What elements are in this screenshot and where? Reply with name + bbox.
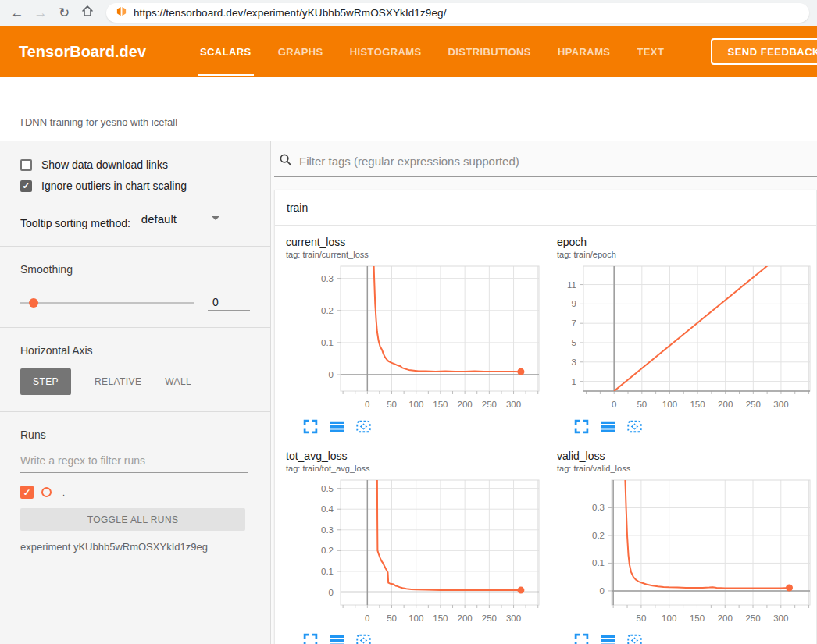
runs-label: Runs: [20, 429, 270, 441]
wall-axis-button[interactable]: WALL: [165, 376, 191, 387]
svg-text:0.3: 0.3: [321, 525, 334, 535]
fit-domain-icon[interactable]: [627, 419, 642, 434]
svg-text:0.1: 0.1: [321, 338, 334, 347]
valid-loss-plot[interactable]: 00.10.20.350100150200250300: [557, 475, 815, 632]
back-icon[interactable]: ←: [8, 5, 27, 21]
tab-histograms[interactable]: HISTOGRAMS: [337, 26, 435, 77]
svg-text:250: 250: [745, 614, 760, 623]
runs-regex-input[interactable]: [20, 454, 248, 473]
svg-text:0: 0: [329, 588, 334, 597]
chart-tag: tag: train/epoch: [557, 250, 817, 259]
fit-domain-icon[interactable]: [356, 419, 371, 434]
svg-text:300: 300: [773, 614, 788, 623]
svg-text:50: 50: [387, 614, 397, 623]
chart-title: tot_avg_loss: [286, 450, 549, 463]
svg-text:0.2: 0.2: [321, 546, 334, 555]
expand-chart-icon[interactable]: [303, 633, 318, 644]
svg-text:5: 5: [572, 338, 576, 347]
svg-text:7: 7: [572, 318, 576, 328]
svg-text:200: 200: [718, 614, 733, 623]
fit-domain-icon[interactable]: [627, 633, 642, 644]
current-loss-plot[interactable]: 00.10.20.3050100150200250300: [286, 262, 544, 418]
ignore-outliers-checkbox-row[interactable]: ✓ Ignore outliers in chart scaling: [20, 180, 270, 192]
main-content: train current_loss tag: train/current_lo…: [271, 141, 817, 644]
tooltip-sorting-select[interactable]: default: [138, 212, 223, 229]
relative-axis-button[interactable]: RELATIVE: [95, 376, 141, 387]
svg-text:250: 250: [746, 400, 761, 409]
tooltip-sorting-label: Tooltip sorting method:: [20, 217, 130, 229]
horizontal-bars-icon[interactable]: [601, 419, 615, 434]
address-bar[interactable]: https://tensorboard.dev/experiment/yKUbh…: [106, 3, 809, 23]
svg-text:0: 0: [329, 370, 334, 379]
tensorboard-favicon-icon: [116, 5, 127, 20]
tab-graphs[interactable]: GRAPHS: [265, 26, 337, 77]
svg-text:250: 250: [482, 614, 497, 623]
chart-title: epoch: [557, 236, 817, 249]
svg-text:250: 250: [482, 400, 497, 409]
tot-avg-loss-plot[interactable]: 00.10.20.30.40.5050100150200250300: [286, 475, 544, 632]
svg-text:100: 100: [662, 400, 677, 409]
expand-chart-icon[interactable]: [574, 419, 589, 434]
chart-title: valid_loss: [557, 450, 817, 463]
chart-tag: tag: train/valid_loss: [557, 464, 817, 473]
url-text: https://tensorboard.dev/experiment/yKUbh…: [134, 7, 447, 19]
horizontal-bars-icon[interactable]: [330, 633, 344, 644]
svg-text:150: 150: [690, 614, 705, 623]
svg-text:0.2: 0.2: [321, 306, 334, 315]
run-color-circle-icon[interactable]: [41, 487, 52, 497]
smoothing-slider-thumb[interactable]: [29, 298, 38, 308]
svg-text:100: 100: [408, 400, 423, 409]
run-name: .: [62, 488, 65, 497]
epoch-plot[interactable]: 1357911050100150200250300: [557, 262, 815, 418]
brand-logo: TensorBoard.dev: [19, 43, 146, 61]
svg-text:200: 200: [458, 614, 473, 623]
sidebar-divider: [0, 327, 270, 328]
chart-title: current_loss: [286, 236, 549, 249]
svg-text:1: 1: [572, 377, 576, 386]
svg-text:50: 50: [637, 614, 647, 623]
svg-text:100: 100: [408, 614, 423, 623]
show-download-links-checkbox-row[interactable]: Show data download links: [20, 158, 270, 171]
chart-card-epoch: epoch tag: train/epoch 13579110501001502…: [557, 236, 817, 434]
send-feedback-button[interactable]: SEND FEEDBACK: [711, 38, 817, 65]
svg-text:50: 50: [387, 400, 397, 409]
expand-chart-icon[interactable]: [303, 419, 318, 434]
tag-group-card: train current_loss tag: train/current_lo…: [274, 190, 817, 644]
home-icon[interactable]: [78, 4, 97, 22]
expand-chart-icon[interactable]: [574, 633, 589, 644]
svg-text:300: 300: [773, 400, 788, 409]
smoothing-value-input[interactable]: [208, 294, 250, 311]
svg-text:150: 150: [433, 400, 448, 409]
smoothing-label: Smoothing: [20, 263, 270, 276]
svg-text:0.1: 0.1: [592, 558, 605, 568]
horizontal-bars-icon[interactable]: [330, 419, 344, 434]
svg-text:100: 100: [662, 614, 676, 623]
toggle-all-runs-button[interactable]: TOGGLE ALL RUNS: [20, 508, 245, 531]
tab-hparams[interactable]: HPARAMS: [544, 26, 624, 77]
svg-text:0: 0: [365, 400, 369, 409]
svg-text:0: 0: [612, 400, 616, 409]
checkbox-unchecked-icon[interactable]: [20, 159, 32, 171]
run-checkbox-checked-icon[interactable]: ✓: [20, 486, 34, 499]
experiment-title: TDNN training for yesno with icefall: [19, 116, 177, 128]
chart-tag: tag: train/current_loss: [286, 250, 549, 259]
checkbox-checked-icon[interactable]: ✓: [20, 180, 32, 192]
svg-text:300: 300: [506, 400, 521, 409]
svg-text:150: 150: [433, 614, 448, 623]
step-axis-button[interactable]: STEP: [20, 368, 71, 395]
horizontal-bars-icon[interactable]: [601, 633, 615, 644]
fit-domain-icon[interactable]: [356, 633, 371, 644]
forward-icon[interactable]: →: [31, 5, 50, 21]
tag-group-header[interactable]: train: [275, 190, 816, 226]
reload-icon[interactable]: ↻: [55, 5, 73, 21]
run-row[interactable]: ✓ .: [20, 486, 270, 499]
filter-tags-input[interactable]: [299, 155, 817, 168]
tab-distributions[interactable]: DISTRIBUTIONS: [435, 26, 544, 77]
smoothing-slider[interactable]: [20, 302, 194, 304]
horizontal-axis-label: Horizontal Axis: [20, 344, 270, 357]
tab-text[interactable]: TEXT: [623, 26, 677, 77]
tab-scalars[interactable]: SCALARS: [187, 26, 265, 77]
settings-sidebar: Show data download links ✓ Ignore outlie…: [0, 141, 271, 644]
svg-text:0.1: 0.1: [321, 567, 334, 576]
tag-group-title: train: [287, 201, 308, 214]
